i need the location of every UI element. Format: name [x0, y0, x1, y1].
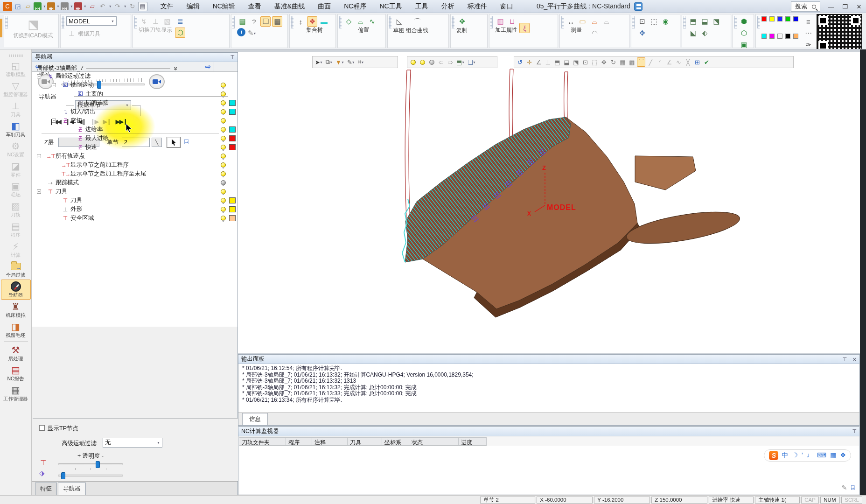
ucs-plane-icon[interactable]: ∠ [534, 57, 543, 67]
line-weight-icon[interactable]: ≡ [803, 16, 813, 27]
rotate-view-icon[interactable]: ↻ [609, 57, 617, 67]
column-header-6[interactable]: 进度 [459, 438, 487, 445]
paint-brush-icon[interactable]: ✑ [803, 40, 813, 49]
color-swatch-7[interactable] [777, 34, 782, 39]
toolpath-list-icon[interactable]: ≣ [175, 16, 185, 27]
visibility-bulb-icon[interactable] [221, 216, 226, 221]
draft-tools-icon[interactable]: ✎▼ [247, 28, 258, 38]
menu-item-10[interactable]: 标准件 [462, 1, 493, 12]
tree-item-tool-group[interactable]: −⊤刀具 [32, 187, 237, 196]
close-file-icon[interactable]: ▱ [88, 2, 97, 11]
sidebar-item-cavity-manager[interactable]: ▽型腔管理器 [1, 79, 31, 99]
sidebar-item-stock[interactable]: ▣毛坯 [1, 179, 31, 199]
adv-filter-combo[interactable]: 无▼ [103, 438, 162, 448]
color-swatch-8[interactable] [785, 34, 790, 39]
visibility-bulb-icon[interactable] [221, 136, 226, 141]
thread-attr-icon[interactable]: ξ [519, 23, 530, 33]
tool-transparency-slider[interactable] [58, 463, 123, 465]
menu-item-4[interactable]: 基准&曲线 [269, 1, 310, 12]
pin-icon[interactable]: ⊤ [843, 357, 847, 362]
sidebar-item-global-filter[interactable]: 全局过滤 [1, 259, 31, 280]
visibility-bulb-icon[interactable] [221, 127, 226, 132]
show-cube-icon[interactable]: ⬢ [739, 16, 749, 27]
color-swatch-2[interactable] [777, 16, 782, 21]
undo-icon[interactable]: ↶ [98, 2, 107, 11]
view-iso-icon[interactable]: ⬔ [572, 57, 580, 67]
composite-curve-icon-item[interactable]: ⌒组合曲线 [406, 16, 428, 34]
tree-item-milling-motion[interactable]: −回铣削运动 [32, 81, 237, 90]
collapse-chevron-icon[interactable]: « [171, 67, 179, 70]
assembly-tree-icon[interactable]: ❖ [307, 16, 317, 27]
sidebar-item-navigator[interactable]: 导航器 [1, 280, 31, 300]
pick-frame-icon[interactable]: ⌗▼ [357, 57, 365, 67]
close-button[interactable]: ✕ [852, 0, 866, 13]
pan-icon[interactable]: ✥ [600, 57, 608, 67]
offset-wave-icon[interactable]: ∿ [367, 16, 377, 27]
view-top-icon[interactable]: ⬒ [553, 57, 561, 67]
sidebar-item-read-model[interactable]: ◱读取模型 [1, 59, 31, 79]
ime-logo[interactable]: S [769, 451, 778, 460]
visibility-bulb-icon[interactable] [221, 198, 226, 203]
hide-entities-bulb-icon[interactable] [427, 57, 436, 67]
zoom-solid-icon[interactable]: ◉ [660, 16, 670, 27]
model-wing[interactable] [635, 156, 696, 190]
ime-item-0[interactable]: 中 [782, 451, 788, 460]
machining-attr-face-icon[interactable]: ▥ [495, 16, 505, 27]
view-cube-front-icon[interactable]: ⬓ [699, 16, 710, 27]
column-header-1[interactable]: 程序 [286, 438, 312, 445]
tree-item-show-before-block[interactable]: →⊤显示单节之前加工程序 [32, 161, 237, 169]
multi-select-icon[interactable]: ⧉▼ [325, 57, 334, 67]
color-swatch[interactable] [229, 197, 236, 203]
toolpath-panel-icon[interactable]: ▤ [138, 2, 147, 11]
model-capsule[interactable] [624, 206, 742, 250]
restore-button[interactable]: ❐ [838, 0, 852, 13]
tab-info[interactable]: 信息 [242, 413, 268, 425]
task-list-icon[interactable]: ▤ [237, 16, 247, 27]
cimatron-logo[interactable]: C [3, 2, 12, 11]
ime-item-6[interactable]: ❖ [840, 451, 846, 460]
color-swatch-3[interactable] [785, 16, 790, 21]
import-assembly-icon-caret[interactable]: ▼ [56, 5, 60, 8]
tool-transparency-thumb[interactable] [96, 461, 100, 468]
menu-item-2[interactable]: NC编辑 [207, 1, 241, 12]
expander-icon[interactable]: − [37, 189, 41, 194]
expander-icon[interactable]: − [37, 74, 41, 78]
save-icon[interactable]: ◲ [13, 2, 22, 11]
color-swatch-6[interactable] [769, 34, 775, 39]
show-tp-checkbox[interactable] [39, 425, 45, 431]
nav-forward-icon[interactable]: ⇨ [205, 63, 211, 71]
color-swatch-4[interactable] [793, 16, 798, 21]
color-swatch-1[interactable] [769, 16, 775, 21]
visibility-bulb-icon[interactable] [221, 207, 226, 212]
copy-transform-icon[interactable]: ✥ [457, 16, 467, 27]
tree-item-main-motion[interactable]: 回主要的 [32, 90, 237, 98]
import-nc-icon[interactable]: HH [74, 2, 82, 10]
ucs-axis-icon[interactable]: ✛ [525, 57, 533, 67]
tree-item-tool[interactable]: ⊤刀具 [32, 196, 237, 205]
expander-icon[interactable]: − [37, 154, 41, 158]
view-cube-top-icon[interactable]: ⬒ [688, 16, 698, 27]
ruler-icon[interactable]: ▭ [577, 16, 587, 27]
help-bubble-icon[interactable]: ? [249, 16, 259, 27]
color-swatch[interactable] [229, 215, 236, 221]
next-display-icon[interactable]: ⇨ [446, 57, 454, 67]
sketch-icon-item[interactable]: ◺草图 [393, 16, 405, 34]
tree-item-all-path-points[interactable]: −→⊤所有轨迹点 [32, 152, 237, 161]
zoom-dashed-icon[interactable]: ⬚ [649, 16, 659, 27]
tree-item-trace-mode[interactable]: ⇢跟踪模式 [32, 178, 237, 187]
pin-icon[interactable]: ⊤ [852, 428, 857, 434]
minimize-button[interactable]: — [824, 0, 838, 13]
offset-surface-icon[interactable]: ⌓ [355, 16, 365, 27]
model-combo[interactable]: MODEL▼ [66, 16, 117, 26]
data-table-icon[interactable]: ▦ [272, 16, 282, 27]
vertical-measure-icon[interactable]: ↕ [295, 16, 306, 27]
ime-item-4[interactable]: ⌨ [817, 451, 826, 460]
column-header-4[interactable]: 坐标系 [382, 438, 409, 445]
highlight-face-icon[interactable]: ▬ [319, 16, 329, 27]
undo-icon-caret[interactable]: ▼ [109, 5, 112, 8]
toolpath-visibility-icon[interactable]: ↯ [139, 16, 149, 27]
edit-icon[interactable]: ✎ [842, 484, 847, 492]
menu-item-7[interactable]: NC工具 [374, 1, 407, 12]
show-entities-bulb-icon[interactable] [409, 57, 417, 67]
sidebar-item-nc-report[interactable]: ▤NC报告 [1, 363, 31, 383]
